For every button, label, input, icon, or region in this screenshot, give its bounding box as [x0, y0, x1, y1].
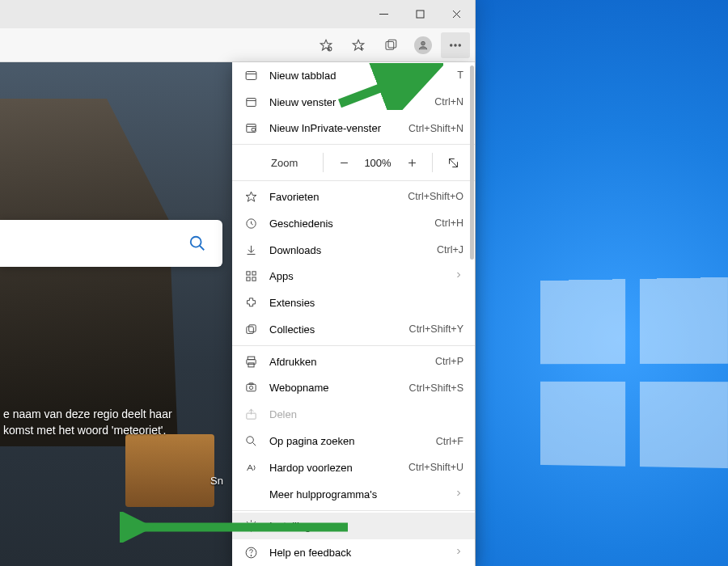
svg-point-43 — [249, 525, 252, 528]
svg-rect-17 — [246, 71, 256, 79]
collections-icon — [243, 322, 258, 336]
menu-separator — [232, 180, 475, 181]
bg-castle — [125, 434, 214, 507]
svg-point-12 — [451, 44, 452, 45]
menu-readaloud[interactable]: Hardop voorlezen Ctrl+Shift+U — [232, 454, 475, 481]
find-icon — [243, 434, 258, 449]
svg-line-16 — [200, 246, 205, 251]
menu-webcapture[interactable]: Webopname Ctrl+Shift+S — [232, 375, 475, 402]
gear-icon — [243, 519, 258, 534]
menu-new-tab[interactable]: Nieuw tabblad T — [232, 62, 475, 89]
window-titlebar — [0, 0, 475, 28]
add-favorite-button[interactable] — [311, 32, 341, 58]
zoom-value: 100% — [361, 157, 395, 169]
share-icon — [243, 408, 258, 422]
menu-settings[interactable]: Instellingen — [232, 513, 475, 539]
svg-point-13 — [455, 44, 456, 45]
svg-rect-1 — [417, 11, 424, 18]
chevron-right-icon — [454, 270, 463, 282]
menu-collections[interactable]: Collecties Ctrl+Shift+Y — [232, 316, 475, 343]
svg-point-11 — [421, 41, 425, 45]
svg-rect-38 — [246, 385, 255, 392]
svg-line-42 — [252, 443, 256, 446]
zoom-out-button[interactable] — [330, 150, 358, 175]
search-icon — [188, 234, 206, 252]
menu-scrollbar[interactable] — [470, 65, 474, 260]
svg-rect-30 — [252, 272, 255, 275]
readaloud-icon — [243, 460, 258, 475]
extension-icon — [243, 296, 258, 310]
svg-rect-10 — [388, 40, 396, 48]
history-icon — [243, 216, 258, 230]
background-tag: Sn — [210, 475, 223, 487]
chevron-right-icon — [454, 547, 463, 559]
settings-menu: Nieuw tabblad T Nieuw venster Ctrl+N Nie… — [232, 62, 475, 566]
new-tab-icon — [243, 68, 258, 82]
menu-separator — [232, 510, 475, 511]
svg-rect-35 — [248, 357, 255, 360]
svg-rect-37 — [248, 363, 253, 367]
window-icon — [243, 95, 258, 109]
svg-point-41 — [246, 437, 253, 444]
search-bar[interactable] — [0, 220, 222, 267]
menu-moretools[interactable]: Meer hulpprogramma's — [232, 481, 475, 508]
bg-mountain — [0, 99, 178, 446]
svg-rect-31 — [246, 277, 249, 281]
menu-share: Delen — [232, 401, 475, 428]
menu-new-inprivate[interactable]: Nieuw InPrivate-venster Ctrl+Shift+N — [232, 116, 475, 142]
menu-zoom: Zoom 100% — [232, 147, 475, 178]
apps-icon — [243, 269, 258, 284]
svg-rect-33 — [246, 327, 253, 334]
menu-new-window[interactable]: Nieuw venster Ctrl+N — [232, 89, 475, 116]
star-icon — [243, 189, 258, 204]
menu-find[interactable]: Op pagina zoeken Ctrl+F — [232, 428, 475, 454]
minimize-button[interactable] — [366, 0, 402, 28]
browser-toolbar — [0, 28, 475, 62]
svg-marker-4 — [320, 40, 332, 50]
svg-rect-34 — [248, 325, 256, 332]
windows-desktop: e naam van deze regio deelt haar komst m… — [0, 0, 728, 566]
fullscreen-button[interactable] — [439, 150, 467, 175]
svg-point-15 — [191, 237, 201, 247]
svg-rect-9 — [386, 41, 394, 49]
svg-rect-19 — [246, 98, 255, 106]
maximize-button[interactable] — [402, 0, 438, 28]
menu-history[interactable]: Geschiedenis Ctrl+H — [232, 210, 475, 237]
menu-downloads[interactable]: Downloads Ctrl+J — [232, 237, 475, 264]
menu-extensions[interactable]: Extensies — [232, 289, 475, 316]
edge-browser-window: e naam van deze regio deelt haar komst m… — [0, 0, 476, 566]
chevron-right-icon — [454, 488, 463, 501]
svg-point-45 — [250, 555, 251, 556]
avatar-icon — [414, 36, 432, 54]
close-button[interactable] — [438, 0, 475, 28]
print-icon — [243, 354, 258, 369]
menu-print[interactable]: Afdrukken Ctrl+P — [232, 348, 475, 375]
background-caption: e naam van deze regio deelt haar komst m… — [3, 406, 172, 438]
profile-button[interactable] — [408, 32, 438, 58]
menu-apps[interactable]: Apps — [232, 263, 475, 289]
collections-button[interactable] — [376, 32, 405, 58]
menu-separator — [232, 345, 475, 346]
download-icon — [243, 243, 258, 257]
svg-point-14 — [459, 44, 460, 45]
inprivate-icon — [243, 121, 258, 136]
svg-marker-27 — [246, 192, 256, 201]
menu-favorites[interactable]: Favorieten Ctrl+Shift+O — [232, 184, 475, 210]
zoom-label: Zoom — [248, 157, 316, 169]
svg-rect-23 — [252, 129, 255, 132]
menu-help[interactable]: Help en feedback — [232, 539, 475, 566]
svg-rect-29 — [246, 272, 249, 275]
help-icon — [243, 546, 258, 560]
menu-separator — [232, 144, 475, 145]
zoom-in-button[interactable] — [398, 150, 425, 175]
capture-icon — [243, 381, 258, 395]
favorites-button[interactable] — [344, 32, 373, 58]
windows-logo — [540, 277, 728, 471]
svg-rect-32 — [252, 277, 255, 281]
more-button[interactable] — [441, 32, 470, 58]
svg-point-39 — [249, 386, 252, 390]
